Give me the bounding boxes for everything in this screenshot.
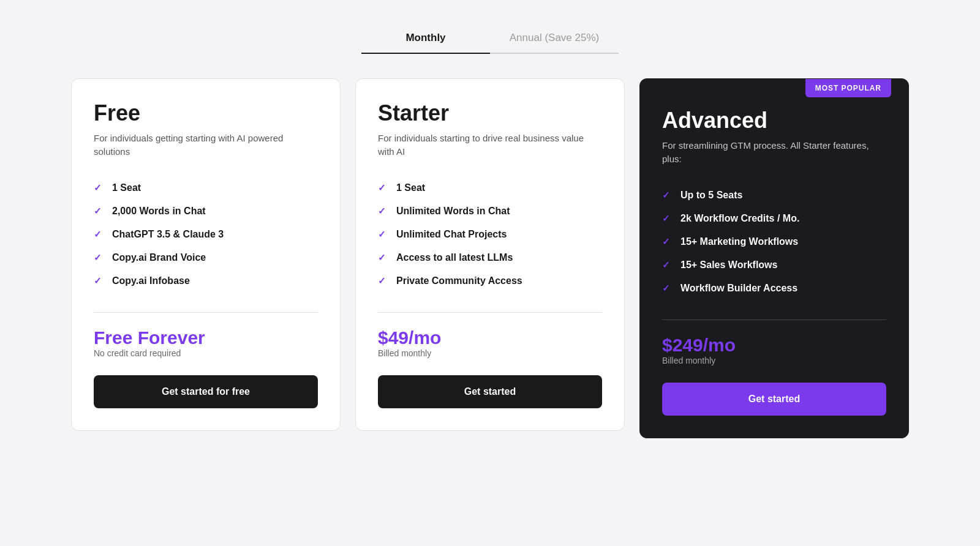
list-item: ✓ Unlimited Words in Chat [378,200,602,223]
list-item: ✓ Unlimited Chat Projects [378,223,602,246]
check-icon: ✓ [378,206,389,217]
starter-plan-card: Starter For individuals starting to driv… [355,78,625,431]
advanced-plan-divider [662,320,886,320]
check-icon: ✓ [94,229,105,240]
list-item: ✓ Access to all latest LLMs [378,246,602,269]
free-cta-button[interactable]: Get started for free [94,375,318,408]
starter-price-section: $49/mo Billed monthly [378,327,602,370]
free-plan-description: For individuals getting starting with AI… [94,132,318,159]
billing-toggle: Monthly Annual (Save 25%) [337,24,643,54]
annual-tab[interactable]: Annual (Save 25%) [490,24,619,51]
annual-underline [490,53,619,54]
advanced-price-billing: Billed monthly [662,356,886,365]
free-price-billing: No credit card required [94,348,318,358]
most-popular-badge: MOST POPULAR [805,79,891,97]
list-item: ✓ Up to 5 Seats [662,184,886,207]
check-icon: ✓ [662,283,673,294]
list-item: ✓ 1 Seat [378,176,602,200]
starter-price-billing: Billed monthly [378,348,602,358]
free-price-section: Free Forever No credit card required [94,327,318,370]
advanced-price-label: $249/mo [662,335,886,356]
list-item: ✓ 2k Workflow Credits / Mo. [662,207,886,230]
advanced-features-list: ✓ Up to 5 Seats ✓ 2k Workflow Credits / … [662,184,886,300]
list-item: ✓ 2,000 Words in Chat [94,200,318,223]
advanced-price-section: $249/mo Billed monthly [662,335,886,378]
check-icon: ✓ [662,236,673,247]
advanced-plan-name: Advanced [662,108,886,133]
list-item: ✓ Copy.ai Brand Voice [94,246,318,269]
check-icon: ✓ [662,213,673,224]
starter-plan-divider [378,312,602,313]
starter-plan-description: For individuals starting to drive real b… [378,132,602,159]
free-plan-divider [94,312,318,313]
check-icon: ✓ [94,206,105,217]
list-item: ✓ Private Community Access [378,269,602,293]
check-icon: ✓ [662,260,673,271]
list-item: ✓ 15+ Sales Workflows [662,253,886,277]
list-item: ✓ 1 Seat [94,176,318,200]
check-icon: ✓ [378,229,389,240]
free-plan-name: Free [94,101,318,125]
advanced-plan-description: For streamlining GTM process. All Starte… [662,139,886,166]
list-item: ✓ Copy.ai Infobase [94,269,318,293]
plans-container: Free For individuals getting starting wi… [61,78,919,438]
check-icon: ✓ [662,190,673,201]
check-icon: ✓ [378,275,389,286]
check-icon: ✓ [378,252,389,263]
free-price-label: Free Forever [94,327,318,348]
starter-price-label: $49/mo [378,327,602,348]
list-item: ✓ Workflow Builder Access [662,277,886,300]
monthly-underline [361,53,490,54]
free-features-list: ✓ 1 Seat ✓ 2,000 Words in Chat ✓ ChatGPT… [94,176,318,293]
advanced-cta-button[interactable]: Get started [662,383,886,416]
starter-plan-name: Starter [378,101,602,125]
check-icon: ✓ [94,182,105,193]
list-item: ✓ 15+ Marketing Workflows [662,230,886,253]
starter-cta-button[interactable]: Get started [378,375,602,408]
free-plan-card: Free For individuals getting starting wi… [71,78,341,431]
monthly-tab[interactable]: Monthly [361,24,490,51]
advanced-plan-card: MOST POPULAR Advanced For streamlining G… [639,78,909,438]
check-icon: ✓ [94,275,105,286]
check-icon: ✓ [94,252,105,263]
starter-features-list: ✓ 1 Seat ✓ Unlimited Words in Chat ✓ Unl… [378,176,602,293]
check-icon: ✓ [378,182,389,193]
list-item: ✓ ChatGPT 3.5 & Claude 3 [94,223,318,246]
